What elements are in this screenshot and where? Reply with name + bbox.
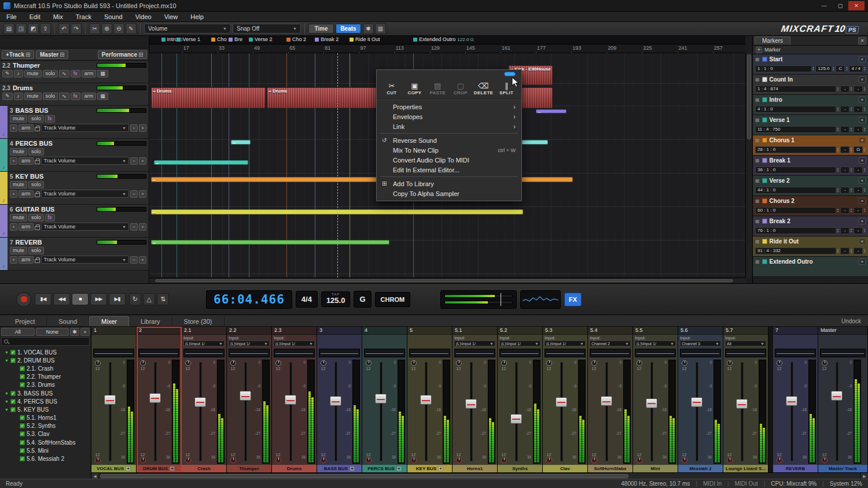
gain-knob[interactable] [230,457,236,463]
gain-knob[interactable] [185,457,191,463]
scroll-left-icon[interactable]: ◀ [91,473,99,479]
spinner-icons[interactable]: ▲▼ [837,107,839,112]
expand-track-button[interactable]: + [10,190,17,198]
automation-parameter-select[interactable]: Track Volume▼ [41,223,130,231]
grid-icon[interactable]: ▥ [375,23,386,34]
gain-knob[interactable] [95,457,101,463]
gain-knob[interactable] [366,457,372,463]
track-visible-checkbox[interactable]: ✓ [10,358,16,363]
fx-button[interactable]: fx [45,214,55,221]
pan-knob[interactable] [727,360,733,366]
input-select[interactable]: (L)\Input 1/▼ [183,341,225,346]
mixer-strip[interactable]: 2.3 Input: (L)\Input 1/▼ 12 12 [272,327,317,472]
remove-lane-button[interactable]: − [130,157,138,165]
punch-toggle[interactable]: ⇅ [157,293,169,305]
clip-action-button[interactable]: ▤ PASTE [426,82,449,95]
tree-item[interactable]: ▼ ✓ 2.1. Crash [0,364,91,372]
track-name[interactable]: BASS BUS [16,107,49,114]
eq-display[interactable] [183,349,225,357]
track-header[interactable]: 2.3 Drums ✎ ♪ mute solo ∿ fx [0,83,149,106]
context-menu-item[interactable]: Convert Audio Clip To MIDI › [377,155,521,165]
gain-knob[interactable] [682,457,687,463]
fx-button[interactable]: fx [71,93,80,100]
mixer-strip[interactable]: 5.3 Input: (L)\Input 1/▼ 12 12 [543,327,588,472]
spinner-icons[interactable]: ▲▼ [863,188,866,193]
mute-button[interactable]: mute [10,115,27,123]
marker-value-field[interactable]: - [840,247,849,254]
input-select[interactable]: (L)\Input 1/▼ [274,341,315,346]
undock-button[interactable]: Undock [841,318,861,326]
input-select[interactable]: Channel 2▼ [590,341,631,346]
fader-handle[interactable] [691,397,703,407]
marker-value-field[interactable]: 44 : 1 : 0 [755,187,836,194]
arm-button[interactable]: arm [19,256,34,264]
go-to-start-button[interactable]: ▮◀ [35,293,52,305]
delete-marker-icon[interactable]: ✕ [859,76,866,83]
time-display[interactable]: 66:04.466 [206,290,292,309]
track-header[interactable]: ♪ 7 REVERB ✎ ♪ mute solo [0,238,149,271]
marker-name[interactable]: Chorus 2 [770,198,795,204]
select-all-button[interactable]: All [1,328,35,336]
panel-tab[interactable]: Library [129,317,172,326]
draw-icon[interactable]: ✎ [2,70,13,77]
marker-value-field[interactable]: - [854,106,863,113]
solo-button[interactable]: solo [28,247,44,254]
marker-value-field[interactable]: 4 / 4 [849,65,863,72]
section-marker[interactable]: Cho 2 [286,36,308,42]
go-to-end-button[interactable]: ▶▮ [109,293,126,305]
close-icon[interactable]: ✕ [858,37,866,45]
select-none-button[interactable]: None [36,328,69,336]
tempo-display[interactable]: TAP 125.0 [321,291,351,307]
fader-handle[interactable] [786,396,797,406]
audio-clip[interactable]: ∞ [151,240,389,245]
arm-button[interactable]: arm [82,93,97,100]
draw-icon[interactable]: ✎ [126,23,137,34]
mixer-strip[interactable]: 5.1 Input: (L)\Input 1/▼ 12 12 [453,327,498,472]
mixer-search-input[interactable] [1,337,90,346]
marker-name[interactable]: Verse 1 [770,117,790,123]
strip-name-band[interactable]: Master Track + [818,465,867,472]
tree-item[interactable]: ▼ ✓ 5.6. Messiah 2 [0,454,91,463]
marker-value-field[interactable]: 4 : 1 : 0 [755,106,836,113]
minimize-button[interactable]: — [816,1,832,10]
close-button[interactable]: ✕ [848,1,865,10]
fader-handle[interactable] [556,397,567,407]
eq-display[interactable] [545,349,586,357]
fader-handle[interactable] [510,414,522,424]
strip-name-band[interactable]: Thumper + [227,465,271,472]
scrollbar-thumb[interactable] [100,474,628,478]
eq-display[interactable] [590,349,631,357]
eq-display[interactable] [680,349,721,357]
time-mode-button[interactable]: Time [308,24,334,34]
automation-parameter-select[interactable]: Track Volume▼ [41,256,130,264]
strip-name-band[interactable]: Synths + [498,465,542,472]
expand-track-button[interactable]: + [10,157,17,165]
spinner-icons[interactable]: ▲▼ [850,87,852,91]
add-marker-button[interactable]: + [756,47,762,53]
solo-button[interactable]: solo [43,93,58,100]
mixer-strip[interactable]: 5.7 Input: All▼ 12 12 [723,327,768,472]
grid-icon[interactable]: ▦ [97,93,108,100]
settings-icon[interactable]: ✱ [363,23,374,34]
volume-fader[interactable] [419,360,433,464]
track-header[interactable]: ♪ 5 KEY BUS ✎ ♪ mute solo [0,172,149,205]
input-select[interactable]: (L)\Input 1/▼ [454,341,495,346]
track-visible-checkbox[interactable]: ✓ [10,407,16,412]
marker-value-field[interactable]: 76 : 1 : 0 [755,227,836,234]
fader-handle[interactable] [104,395,116,405]
spinner-icons[interactable]: ▲▼ [837,147,839,152]
timeline-horizontal-scrollbar[interactable] [149,278,745,283]
marker-value-field[interactable]: - [854,207,863,214]
record-button[interactable] [16,292,31,307]
master-fx-button[interactable]: FX [564,293,582,306]
tree-expand-icon[interactable]: ▼ [5,400,9,404]
track-visible-checkbox[interactable]: ✓ [20,448,25,453]
gain-knob[interactable] [727,457,733,463]
tree-item[interactable]: ▼ ✓ 5.3. Clav [0,430,91,438]
scrollbar-thumb[interactable] [155,279,733,282]
fader-handle[interactable] [149,393,161,403]
marker-name[interactable]: Ride it Out [770,238,799,245]
tree-item[interactable]: ▼ ✓ 4. PERCS BUS [0,397,91,405]
spinner-icons[interactable]: ▲▼ [863,87,866,91]
spinner-icons[interactable]: ▲▼ [850,168,852,172]
